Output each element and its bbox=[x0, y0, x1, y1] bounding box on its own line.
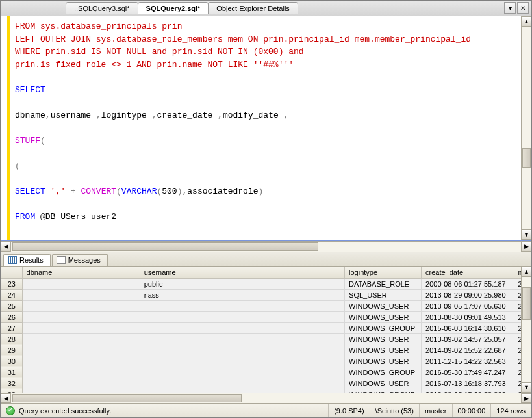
grid-vertical-scrollbar[interactable]: ▲ ▼ bbox=[521, 267, 531, 393]
scroll-thumb[interactable] bbox=[522, 148, 531, 168]
scroll-thumb[interactable] bbox=[12, 242, 318, 251]
table-row[interactable]: 25 WINDOWS_USER2013-09-05 17:07:05.63020… bbox=[1, 300, 531, 311]
cell-logintype[interactable]: WINDOWS_USER bbox=[345, 311, 422, 322]
row-number[interactable]: 31 bbox=[1, 367, 23, 378]
scroll-left-arrow[interactable]: ◀ bbox=[1, 393, 11, 403]
cell-logintype[interactable]: WINDOWS_GROUP bbox=[345, 367, 422, 378]
tab-messages[interactable]: Messages bbox=[52, 254, 108, 266]
tab-sqlquery2[interactable]: SQLQuery2.sql* bbox=[138, 2, 209, 14]
column-header-create-date[interactable]: create_date bbox=[422, 267, 514, 278]
cell-create-date[interactable]: 2013-09-02 14:57:25.057 bbox=[422, 333, 514, 345]
cell-create-date[interactable]: 2013-08-29 09:00:25.980 bbox=[422, 289, 514, 300]
table-row[interactable]: 23 publicDATABASE_ROLE2000-08-06 01:27:5… bbox=[1, 278, 531, 289]
cell-username[interactable] bbox=[140, 367, 344, 378]
scroll-up-arrow[interactable]: ▲ bbox=[522, 16, 531, 27]
scroll-right-arrow[interactable]: ▶ bbox=[521, 393, 531, 403]
table-row[interactable]: 30 WINDOWS_USER2011-12-15 14:22:32.56320… bbox=[1, 356, 531, 367]
sql-editor[interactable]: FROM sys.database_principals prin LEFT O… bbox=[10, 16, 521, 240]
scroll-left-arrow[interactable]: ◀ bbox=[1, 242, 11, 252]
cell-username[interactable] bbox=[140, 322, 344, 333]
grid-horizontal-scrollbar[interactable]: ◀ ▶ bbox=[1, 393, 531, 403]
cell-dbname[interactable] bbox=[22, 378, 140, 389]
table-row[interactable]: 27 WINDOWS_GROUP2015-06-03 16:14:30.6102… bbox=[1, 322, 531, 333]
cell-create-date[interactable]: 2015-06-03 16:14:30.610 bbox=[422, 322, 514, 333]
cell-create-date[interactable]: 2014-09-02 15:52:22.687 bbox=[422, 345, 514, 356]
cell-logintype[interactable]: WINDOWS_USER bbox=[345, 333, 422, 345]
cell-dbname[interactable] bbox=[22, 311, 140, 322]
cell-dbname[interactable] bbox=[22, 289, 140, 300]
cell-create-date[interactable]: 2016-07-13 16:18:37.793 bbox=[422, 378, 514, 389]
row-number[interactable]: 28 bbox=[1, 333, 23, 345]
scroll-track[interactable] bbox=[11, 242, 521, 252]
cell-username[interactable] bbox=[140, 378, 344, 389]
cell-username[interactable]: public bbox=[140, 278, 344, 289]
cell-logintype[interactable]: DATABASE_ROLE bbox=[345, 278, 422, 289]
table-row[interactable]: 24 riassSQL_USER2013-08-29 09:00:25.9802… bbox=[1, 289, 531, 300]
cell-logintype[interactable]: WINDOWS_USER bbox=[345, 300, 422, 311]
cell-username[interactable] bbox=[140, 311, 344, 322]
scroll-track[interactable] bbox=[522, 277, 531, 383]
cell-dbname[interactable] bbox=[22, 278, 140, 289]
tab-results[interactable]: Results bbox=[3, 254, 51, 266]
status-bar: Query executed successfully. (9.0 SP4) \… bbox=[1, 403, 531, 417]
tab-close-button[interactable]: ✕ bbox=[517, 2, 529, 14]
success-icon bbox=[6, 406, 15, 415]
cell-logintype[interactable]: SQL_USER bbox=[345, 289, 422, 300]
column-header-dbname[interactable]: dbname bbox=[22, 267, 140, 278]
cell-username[interactable] bbox=[140, 345, 344, 356]
table-row[interactable]: 32 WINDOWS_USER2016-07-13 16:18:37.79320… bbox=[1, 378, 531, 389]
cell-create-date[interactable]: 2013-09-05 17:07:05.630 bbox=[422, 300, 514, 311]
table-row[interactable]: 31 WINDOWS_GROUP2016-05-30 17:49:47.2472… bbox=[1, 367, 531, 378]
cell-create-date[interactable]: 2011-12-15 14:22:32.563 bbox=[422, 356, 514, 367]
tab-results-label: Results bbox=[19, 256, 44, 264]
row-number[interactable]: 29 bbox=[1, 345, 23, 356]
cell-dbname[interactable] bbox=[22, 356, 140, 367]
scroll-up-arrow[interactable]: ▲ bbox=[522, 267, 531, 277]
editor-horizontal-scrollbar[interactable]: ◀ ▶ bbox=[1, 241, 531, 252]
scroll-track[interactable] bbox=[522, 27, 531, 229]
cell-username[interactable] bbox=[140, 300, 344, 311]
scroll-down-arrow[interactable]: ▼ bbox=[522, 229, 531, 240]
row-number[interactable]: 23 bbox=[1, 278, 23, 289]
tab-dropdown-button[interactable]: ▾ bbox=[504, 2, 516, 14]
column-header-logintype[interactable]: logintype bbox=[345, 267, 422, 278]
column-header-username[interactable]: username bbox=[140, 267, 344, 278]
results-grid[interactable]: dbname username logintype create_date mo… bbox=[1, 267, 531, 393]
row-number[interactable]: 30 bbox=[1, 356, 23, 367]
cell-logintype[interactable]: WINDOWS_USER bbox=[345, 378, 422, 389]
row-number[interactable]: 26 bbox=[1, 311, 23, 322]
scroll-thumb[interactable] bbox=[12, 394, 242, 402]
editor-vertical-scrollbar[interactable]: ▲ ▼ bbox=[521, 16, 531, 240]
cell-create-date[interactable]: 2013-08-30 09:01:49.513 bbox=[422, 311, 514, 322]
scroll-down-arrow[interactable]: ▼ bbox=[522, 382, 531, 393]
table-row[interactable]: 26 WINDOWS_USER2013-08-30 09:01:49.51320… bbox=[1, 311, 531, 322]
cell-logintype[interactable]: WINDOWS_USER bbox=[345, 345, 422, 356]
scroll-track[interactable] bbox=[11, 393, 521, 403]
cell-dbname[interactable] bbox=[22, 322, 140, 333]
row-number[interactable]: 25 bbox=[1, 300, 23, 311]
row-number[interactable]: 27 bbox=[1, 322, 23, 333]
cell-username[interactable] bbox=[140, 356, 344, 367]
cell-username[interactable] bbox=[140, 333, 344, 345]
tab-object-explorer-details[interactable]: Object Explorer Details bbox=[208, 2, 298, 14]
cell-create-date[interactable]: 2000-08-06 01:27:55.187 bbox=[422, 278, 514, 289]
table-row[interactable]: 28 WINDOWS_USER2013-09-02 14:57:25.05720… bbox=[1, 333, 531, 345]
cell-dbname[interactable] bbox=[22, 345, 140, 356]
sql-editor-pane: FROM sys.database_principals prin LEFT O… bbox=[1, 16, 531, 241]
cell-create-date[interactable]: 2016-05-30 17:49:47.247 bbox=[422, 367, 514, 378]
row-number[interactable]: 24 bbox=[1, 289, 23, 300]
table-row[interactable]: 29 WINDOWS_USER2014-09-02 15:52:22.68720… bbox=[1, 345, 531, 356]
row-number[interactable]: 32 bbox=[1, 378, 23, 389]
scroll-right-arrow[interactable]: ▶ bbox=[521, 242, 531, 252]
cell-logintype[interactable]: WINDOWS_USER bbox=[345, 356, 422, 367]
status-version: (9.0 SP4) bbox=[329, 404, 370, 417]
scroll-thumb[interactable] bbox=[522, 287, 531, 320]
cell-dbname[interactable] bbox=[22, 333, 140, 345]
cell-username[interactable]: riass bbox=[140, 289, 344, 300]
cell-logintype[interactable]: WINDOWS_GROUP bbox=[345, 322, 422, 333]
tab-sqlquery3[interactable]: ..SQLQuery3.sql* bbox=[66, 2, 138, 14]
row-header-corner[interactable] bbox=[1, 267, 23, 278]
cell-dbname[interactable] bbox=[22, 367, 140, 378]
tab-messages-label: Messages bbox=[68, 256, 101, 264]
cell-dbname[interactable] bbox=[22, 300, 140, 311]
